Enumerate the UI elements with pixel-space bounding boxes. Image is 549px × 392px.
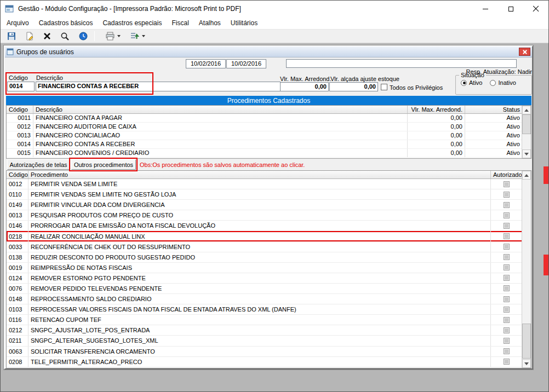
print-dropdown-button[interactable] (102, 30, 123, 42)
grid2-cell-codigo: 0013 (7, 210, 28, 220)
maximize-button[interactable] (498, 1, 523, 17)
close-button[interactable] (523, 1, 548, 17)
grid2-row[interactable]: 0148REPROCESSAMENTO SALDO CREDIARIO (7, 294, 531, 304)
grid2-row[interactable]: 0076REMOVER PEDIDO TELEVENDAS PENDENTE (7, 284, 531, 294)
grid2-row[interactable]: 0116RETENCAO CUPOM TEF (7, 315, 531, 325)
grid2-scroll-thumb[interactable] (522, 324, 531, 359)
grid1-row[interactable]: 0012FINANCEIRO AUDITORIA DE CAIXA0,00Ati… (7, 123, 531, 131)
menu-item-utilit-rios[interactable]: Utilitários (226, 18, 262, 28)
grid2-row[interactable]: 0208TELE_PERMITIR_ALTERACAO_PRECO (7, 357, 531, 367)
authorized-checkbox[interactable] (504, 296, 510, 302)
authorized-checkbox[interactable] (504, 285, 510, 291)
vlr-alcada-field[interactable]: 0,00 (329, 82, 378, 91)
grid2-row[interactable]: 0212SNGPC_AJUSTAR_LOTE_POS_ENTRADA (7, 325, 531, 336)
menu-item-arquivo[interactable]: Arquivo (2, 18, 34, 28)
grid2-row[interactable]: 0138REDUZIR DESCONTO DO PRODUTO SUGESTAO… (7, 252, 531, 263)
tab-outros-procedimentos[interactable]: Outros procedimentos (71, 159, 136, 170)
delete-button[interactable] (41, 30, 54, 42)
menu-item-cadastros-b-sicos[interactable]: Cadastros básicos (34, 18, 98, 28)
authorized-checkbox[interactable] (504, 223, 510, 229)
grid2-row[interactable]: 0124REMOVER ESTORNO PGTO PENDENTE (7, 273, 531, 284)
authorized-checkbox[interactable] (504, 244, 510, 250)
vlr-max-field[interactable]: 0,00 (280, 82, 329, 91)
grid2-row[interactable]: 0033RECONFERÊNCIA DE CHEK OUT DO RESSUPR… (7, 242, 531, 252)
grid1-cell: 0,00 (408, 123, 465, 131)
authorized-checkbox[interactable] (504, 192, 510, 198)
situacao-inativo-radio[interactable] (490, 80, 496, 86)
grid2-body: 0012PERMITIR VENDA SEM LIMITE0110PERMITI… (7, 179, 531, 367)
new-record-button[interactable] (22, 30, 37, 42)
save-button[interactable] (4, 30, 19, 42)
grid2-row[interactable]: 0103REPROCESSAR VALORES FISCAIS DA NOTA … (7, 304, 531, 315)
authorized-checkbox[interactable] (504, 359, 510, 365)
grid2-cell-autorizado (491, 273, 523, 283)
date-created-field[interactable]: 10/02/2016 (186, 59, 226, 68)
grid1-row[interactable]: 0013FINANCEIRO CONCIALIACAO0,00Ativo (7, 131, 531, 140)
grid1-row[interactable]: 0015FINANCEIRO CONVENIOS / CREDIARIO0,00… (7, 149, 531, 158)
grid1-column-header: Descrição (33, 106, 408, 113)
grid2-row[interactable]: 0218REALIZAR CONCILIAÇÃO MANUAL LINX (7, 231, 531, 241)
grid2-cell-codigo: 0110 (7, 189, 28, 199)
authorized-checkbox[interactable] (504, 212, 510, 218)
child-title-bar[interactable]: Grupos de usuários (5, 47, 532, 57)
grid1-cell: 0014 (7, 140, 33, 148)
grid2-row[interactable]: 0012PERMITIR VENDA SEM LIMITE (7, 179, 531, 189)
authorized-checkbox[interactable] (504, 181, 510, 187)
authorized-checkbox[interactable] (504, 233, 510, 239)
authorized-checkbox[interactable] (504, 264, 510, 270)
grid2-row[interactable]: 0110PERMITIR VENDAS SEM LIMITE NO GESTÃO… (7, 189, 531, 200)
tab-autorizacoes-de-telas[interactable]: Autorizações de telas (7, 159, 70, 170)
grid1-scrollbar[interactable] (522, 106, 531, 158)
authorized-checkbox[interactable] (504, 202, 510, 208)
export-dropdown-button[interactable] (127, 30, 148, 42)
scroll-down-icon[interactable] (522, 149, 531, 158)
menu-item-fiscal[interactable]: Fiscal (167, 18, 193, 28)
situacao-label: Situação (459, 72, 486, 78)
grid1-cell: FINANCEIRO AUDITORIA DE CAIXA (33, 123, 408, 131)
date-updated-field[interactable]: 10/02/2016 (226, 59, 266, 68)
grid2-cell-codigo: 0211 (7, 336, 28, 345)
scroll-down-icon[interactable] (522, 359, 531, 368)
scroll-up-icon[interactable] (522, 106, 531, 114)
grid1-row[interactable]: 0014FINANCEIRO CONTAS A RECEBER0,00Ativo (7, 140, 531, 149)
grid2-cell-codigo: 0138 (7, 252, 28, 262)
authorized-checkbox[interactable] (504, 275, 510, 281)
scroll-up-icon[interactable] (522, 171, 531, 180)
grid2-row[interactable]: 0019REIMPRESSÃO DE NOTAS FISCAIS (7, 263, 531, 273)
authorized-checkbox[interactable] (504, 317, 510, 323)
authorized-checkbox[interactable] (504, 348, 510, 354)
situacao-ativo-radio[interactable] (461, 80, 467, 86)
grid2-row[interactable]: 0149PERMITIR VINCULAR DDA COM DIVERGENCI… (7, 200, 531, 210)
grid2-cell-codigo: 0063 (7, 347, 28, 356)
authorized-checkbox[interactable] (504, 254, 510, 260)
child-close-button[interactable] (519, 48, 530, 56)
grid2-row[interactable]: 0146PRORROGAR DATA DE EMISSÃO DA NOTA FI… (7, 221, 531, 231)
grid1-scroll-thumb[interactable] (522, 114, 531, 134)
search-button[interactable] (58, 30, 72, 42)
todos-privilegios-checkbox[interactable] (381, 84, 387, 90)
descricao-field[interactable]: FINANCEIRO CONTAS A RECEBER (36, 82, 281, 91)
grid2-row[interactable]: 0211SNGPC_ALTERAR_SUGESTAO_LOTES_XML (7, 336, 531, 346)
grid2-scrollbar[interactable] (522, 171, 531, 368)
menu-item-atalhos[interactable]: Atalhos (194, 18, 226, 28)
grid2-row[interactable]: 0013PESQUISAR PRODUTOS COM PREÇO DE CUST… (7, 210, 531, 221)
grid1-row[interactable]: 0011FINANCEIRO CONTA A PAGAR0,00Ativo (7, 114, 531, 123)
authorized-checkbox[interactable] (504, 307, 510, 313)
grid2-cell-autorizado (491, 200, 523, 210)
menu-item-cadastros-especiais[interactable]: Cadastros especiais (98, 18, 167, 28)
top-info-field[interactable] (286, 59, 517, 68)
export-icon (130, 32, 140, 41)
menu-bar: ArquivoCadastros básicosCadastros especi… (1, 17, 548, 29)
grid1-cell: 0,00 (408, 131, 465, 140)
grid2-cell-codigo: 0019 (7, 263, 28, 273)
authorized-checkbox[interactable] (504, 327, 510, 333)
delete-x-icon (43, 32, 51, 40)
history-button[interactable] (76, 30, 90, 42)
minimize-button[interactable] (473, 1, 498, 17)
grid2-row[interactable]: 0063SOLICITAR TRANSFERENCIA ORCAMENTO (7, 347, 531, 357)
annotation-edge-mark (544, 166, 548, 184)
authorized-checkbox[interactable] (504, 338, 510, 344)
grid2-cell-procedimento: SNGPC_AJUSTAR_LOTE_POS_ENTRADA (28, 325, 491, 335)
codigo-field[interactable]: 0014 (7, 82, 35, 91)
grid2-cell-autorizado (491, 336, 523, 345)
